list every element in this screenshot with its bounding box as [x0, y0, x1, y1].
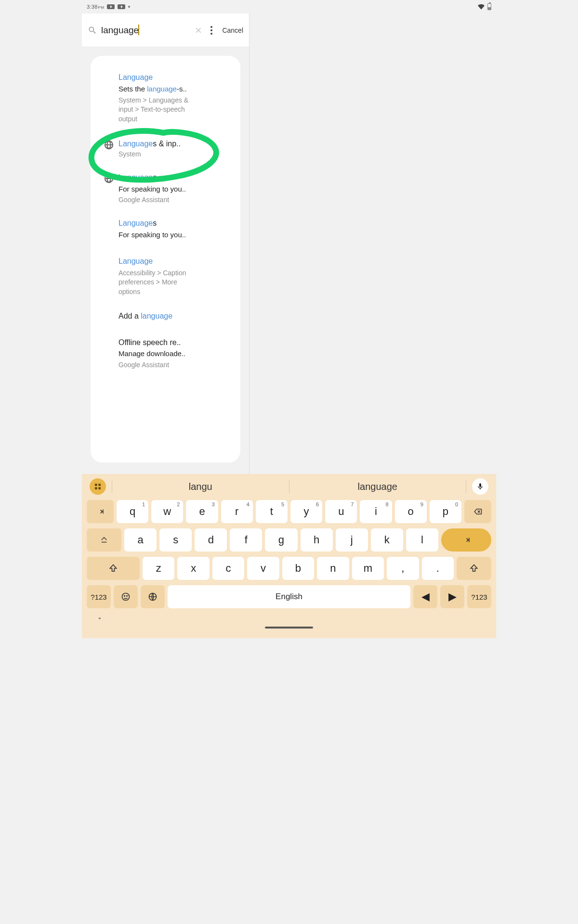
key-p[interactable]: p0	[430, 500, 461, 523]
detail-pane-empty	[249, 13, 496, 474]
youtube-icon	[107, 4, 115, 9]
key-b[interactable]: b	[282, 557, 314, 580]
key-a[interactable]: a	[124, 528, 157, 552]
key-o[interactable]: o9	[395, 500, 427, 523]
key-capslock[interactable]	[87, 528, 121, 552]
key-t[interactable]: t5	[256, 500, 288, 523]
key-g[interactable]: g	[265, 528, 297, 552]
battery-icon	[487, 3, 491, 10]
svg-point-6	[122, 593, 130, 601]
notification-dot-icon	[128, 6, 130, 8]
svg-rect-2	[95, 487, 97, 489]
svg-point-7	[124, 596, 125, 597]
search-result[interactable]: Language Sets the language-s.. System > …	[99, 66, 232, 133]
globe-icon	[104, 140, 114, 150]
key-language-switch[interactable]	[141, 585, 165, 608]
search-result[interactable]: Language Accessibility > Caption prefere…	[99, 250, 232, 305]
search-results-card: Language Sets the language-s.. System > …	[91, 56, 240, 462]
key-enter[interactable]	[441, 528, 491, 552]
key-e[interactable]: e3	[186, 500, 218, 523]
nav-handle[interactable]	[265, 627, 313, 629]
key-arrow-right[interactable]: ▶	[440, 585, 464, 608]
svg-rect-5	[469, 538, 470, 542]
search-icon	[88, 26, 97, 35]
key-i[interactable]: i8	[360, 500, 392, 523]
svg-rect-1	[98, 484, 101, 486]
clear-search-button[interactable]	[194, 26, 203, 35]
key-shift[interactable]	[457, 557, 491, 580]
voice-input-button[interactable]	[472, 478, 488, 495]
search-result[interactable]: Add a language	[99, 305, 232, 332]
key-q[interactable]: q1	[117, 500, 148, 523]
key-s[interactable]: s	[159, 528, 192, 552]
search-result[interactable]: Languages & inp.. System	[99, 133, 232, 167]
settings-search-header: language Cancel	[82, 13, 249, 47]
key-backspace[interactable]	[464, 500, 491, 523]
status-time: 3:38PM	[87, 4, 104, 10]
keyboard-collapse-icon[interactable]	[96, 615, 103, 622]
key-f[interactable]: f	[230, 528, 262, 552]
key-l[interactable]: l	[406, 528, 438, 552]
search-result[interactable]: Languages For speaking to you.. Google A…	[99, 167, 232, 212]
key-x[interactable]: x	[177, 557, 209, 580]
cancel-button[interactable]: Cancel	[222, 26, 243, 34]
key-u[interactable]: u7	[325, 500, 357, 523]
key-m[interactable]: m	[352, 557, 384, 580]
key-y[interactable]: y6	[290, 500, 322, 523]
svg-point-8	[127, 596, 128, 597]
wifi-icon	[478, 3, 485, 10]
overflow-menu-button[interactable]	[208, 26, 215, 35]
key-r[interactable]: r4	[221, 500, 253, 523]
key-w[interactable]: w2	[151, 500, 183, 523]
keyboard-suggestion[interactable]: language	[289, 481, 466, 492]
key-shift[interactable]	[87, 557, 140, 580]
key-n[interactable]: n	[317, 557, 349, 580]
svg-rect-4	[103, 510, 104, 514]
key-z[interactable]: z	[143, 557, 174, 580]
key-h[interactable]: h	[301, 528, 333, 552]
key-symbols[interactable]: ?123	[87, 585, 111, 608]
search-result[interactable]: Languages For speaking to you..	[99, 212, 232, 250]
youtube-icon	[118, 4, 125, 9]
keyboard-suggestion[interactable]: langu	[112, 481, 289, 492]
key-emoji[interactable]	[114, 585, 138, 608]
key-c[interactable]: c	[212, 557, 244, 580]
key-space[interactable]: English	[168, 585, 410, 608]
key-j[interactable]: j	[336, 528, 368, 552]
status-bar: 3:38PM	[82, 0, 496, 13]
keyboard-apps-button[interactable]	[90, 478, 106, 495]
svg-rect-0	[95, 484, 97, 486]
key-v[interactable]: v	[247, 557, 279, 580]
svg-rect-3	[98, 487, 101, 489]
key-symbols[interactable]: ?123	[467, 585, 491, 608]
key-d[interactable]: d	[195, 528, 227, 552]
key-tab[interactable]	[87, 500, 114, 523]
on-screen-keyboard: langu language q1 w2 e3 r4 t5 y6 u7 i8 o…	[82, 474, 496, 638]
key-arrow-left[interactable]: ◀	[413, 585, 437, 608]
key-k[interactable]: k	[371, 528, 403, 552]
key-comma[interactable]: ,	[387, 557, 419, 580]
key-period[interactable]: .	[422, 557, 454, 580]
globe-icon	[104, 173, 114, 184]
settings-search-input[interactable]: language	[101, 25, 189, 36]
search-result[interactable]: Offline speech re.. Manage downloade.. G…	[99, 332, 232, 377]
